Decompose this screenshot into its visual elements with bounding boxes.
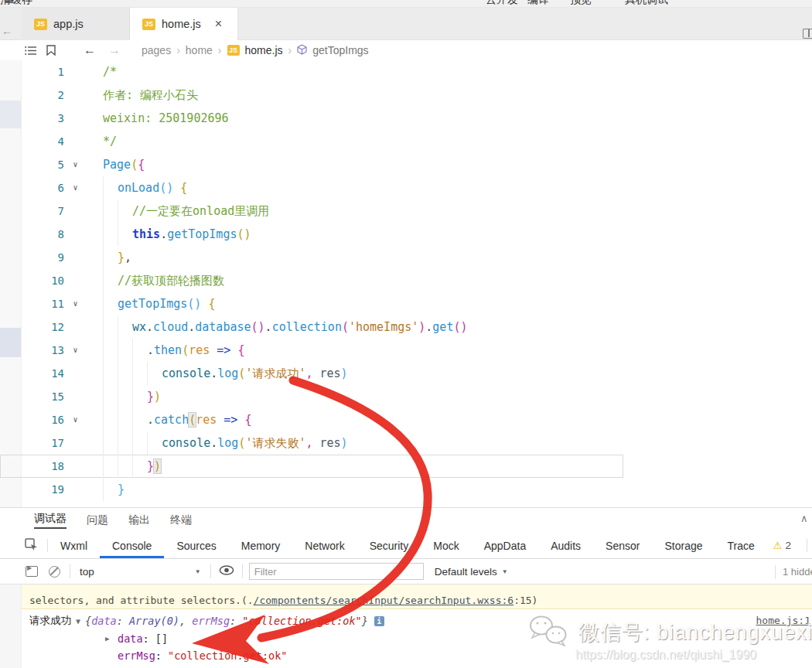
breadcrumb-file[interactable]: home.js (245, 44, 283, 56)
line-number: 11 (22, 292, 64, 315)
console-property-row[interactable]: ▶__proto__ : Object (0, 664, 812, 668)
devtools-tab[interactable]: Mock (421, 533, 471, 558)
expand-triangle-icon[interactable]: ▶ (105, 664, 109, 668)
line-number: 1 (22, 60, 64, 84)
fold-arrow-icon[interactable]: ∨ (64, 176, 87, 199)
collapse-panel-icon[interactable]: ∧ (800, 513, 808, 524)
fold-arrow-icon[interactable]: ∨ (64, 292, 87, 315)
line-number: 8 (22, 223, 64, 246)
line-number: 16 (22, 408, 64, 431)
devtools-tab[interactable]: Storage (652, 533, 715, 558)
fold-gutter (64, 60, 87, 84)
menu-item[interactable]: 清缓存 (0, 0, 32, 7)
warning-source-link[interactable]: /compontents/searchInput/searchInput.wxs… (254, 595, 514, 606)
divider (210, 564, 211, 578)
devtools-tab[interactable]: Audits (538, 533, 593, 558)
menu-item[interactable]: 预览 (570, 0, 592, 7)
close-tab-icon[interactable]: × (215, 18, 222, 30)
panel-tab[interactable]: 调试器 (34, 512, 67, 529)
expand-triangle-icon[interactable]: ▼ (76, 617, 80, 625)
log-levels-selector[interactable]: Default levels (435, 566, 497, 578)
fold-arrow-icon[interactable]: ∨ (64, 153, 87, 176)
breadcrumb[interactable]: pages › home › JS home.js › getTopImgs (142, 40, 369, 60)
menu-item[interactable]: 云开发 (486, 0, 518, 7)
log-preview[interactable]: {data: Array(0), errMsg: "collection.get… (85, 615, 368, 627)
console-toolbar: top ▼ Default levels ▼ 1 hidden (0, 559, 812, 584)
line-number: 7 (22, 199, 64, 223)
live-expression-eye-icon[interactable] (219, 565, 234, 578)
console-filter-input[interactable] (249, 563, 424, 580)
line-number: 17 (22, 431, 64, 455)
line-number: 18 (22, 455, 64, 478)
code-line: 8this.getTopImgs() (0, 223, 623, 246)
console-property-row[interactable]: errMsg: "collection.get:ok" (0, 647, 812, 664)
fold-gutter (64, 246, 87, 269)
bookmark-icon[interactable] (46, 40, 56, 60)
devtools-tab[interactable]: Memory (229, 533, 293, 558)
tab-label: app.js (53, 18, 84, 30)
clear-console-icon[interactable] (49, 566, 60, 578)
tab-app-js[interactable]: JS app.js (22, 8, 130, 40)
code-line: 3weixin: 2501902696 (0, 107, 623, 130)
fold-gutter (64, 199, 87, 223)
expand-triangle-icon[interactable]: ▶ (105, 630, 109, 647)
code-line: 18}) (0, 455, 623, 478)
js-file-icon: JS (142, 19, 155, 30)
panel-tab[interactable]: 输出 (128, 513, 150, 527)
code-line: 7//一定要在onload里调用 (0, 199, 623, 223)
chevron-down-icon[interactable]: ▼ (195, 568, 201, 575)
log-source-link[interactable]: home.js:1 (756, 615, 810, 626)
line-number: 10 (22, 269, 64, 292)
code-line: 6∨onLoad() { (0, 176, 623, 199)
breadcrumb-pages[interactable]: pages (142, 44, 171, 56)
split-editor-icon[interactable] (803, 29, 812, 39)
fold-gutter (64, 84, 87, 107)
show-console-sidebar-icon[interactable] (26, 566, 38, 577)
breadcrumb-bar: ← → pages › home › JS home.js › getTopIm… (0, 40, 812, 60)
menu-item[interactable]: 编译 (527, 0, 549, 7)
outline-list-icon[interactable] (25, 40, 37, 60)
info-icon[interactable]: i (374, 616, 384, 626)
breadcrumb-home[interactable]: home (186, 44, 213, 56)
line-number: 9 (22, 246, 64, 269)
devtools-tab[interactable]: Sensor (593, 533, 652, 558)
console-property-row[interactable]: ▶data: [] (0, 630, 812, 647)
dock-left-icon[interactable]: ← (2, 25, 12, 37)
fold-gutter (64, 431, 87, 455)
devtools-tab[interactable]: AppData (472, 533, 538, 558)
navigate-forward-icon[interactable]: → (108, 40, 121, 60)
navigate-back-icon[interactable]: ← (84, 40, 96, 60)
devtools-tab[interactable]: Sources (164, 533, 228, 558)
line-number: 19 (22, 478, 64, 501)
log-label: 请求成功 (29, 614, 71, 628)
divider (70, 564, 70, 578)
warning-count-badge[interactable]: ⚠2 (767, 533, 797, 558)
chevron-down-icon[interactable]: ▼ (502, 568, 508, 575)
js-file-icon: JS (227, 45, 240, 56)
fold-gutter (64, 223, 87, 246)
breadcrumb-symbol[interactable]: getTopImgs (312, 44, 368, 56)
devtools-tab[interactable]: Network (292, 533, 357, 558)
devtools-tab[interactable]: Security (357, 533, 421, 558)
fold-arrow-icon[interactable]: ∨ (64, 408, 87, 431)
code-line: 4*/ (0, 130, 623, 153)
chevron-right-icon: › (176, 44, 180, 56)
devtools-tab[interactable]: Console (100, 533, 164, 558)
context-selector[interactable]: top (80, 566, 94, 578)
fold-arrow-icon[interactable]: ∨ (64, 339, 87, 362)
fold-gutter (64, 478, 87, 501)
line-number: 3 (22, 107, 64, 130)
panel-tab[interactable]: 问题 (87, 513, 108, 527)
console-warning-row: selectors, and attribute selectors.(./co… (22, 584, 812, 609)
devtools-tab[interactable]: Wxml (48, 533, 100, 558)
code-area[interactable]: 1/*2作者: 编程小石头3weixin: 25019026964*/5∨Pag… (0, 60, 623, 501)
panel-tab[interactable]: 终端 (170, 513, 192, 527)
symbol-cube-icon (297, 44, 307, 57)
warning-triangle-icon: ⚠ (773, 540, 783, 551)
inspect-element-icon[interactable] (25, 538, 38, 554)
code-line: 10//获取顶部轮播图数 (0, 269, 623, 292)
devtools-tab[interactable]: Trace (715, 533, 767, 558)
divider (775, 565, 776, 579)
menu-item[interactable]: 真机调试 (625, 0, 668, 7)
tab-home-js[interactable]: JS home.js × (130, 8, 238, 40)
